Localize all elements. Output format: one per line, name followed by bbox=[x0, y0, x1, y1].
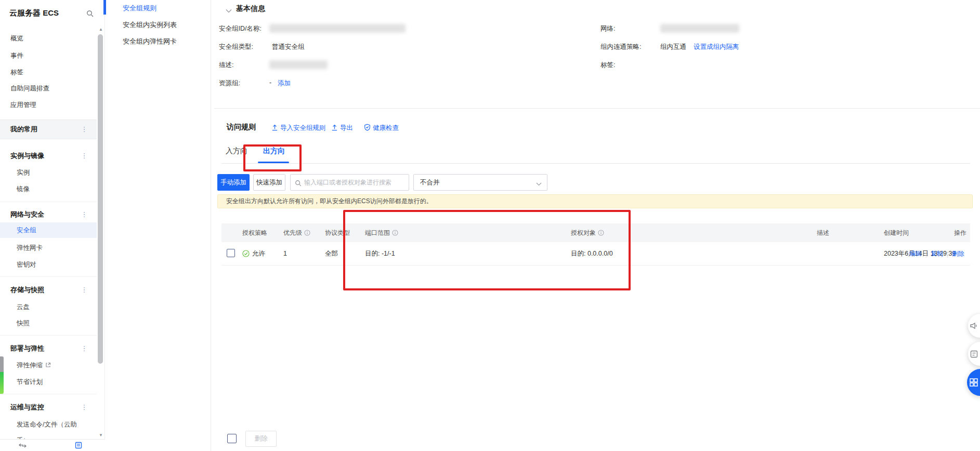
sidebar-item-events[interactable]: 事件 bbox=[10, 50, 23, 61]
col-header-description: 描述 bbox=[817, 229, 884, 237]
sidebar-item-snapshots[interactable]: 快照 bbox=[17, 318, 30, 328]
col-header-auth-object: 授权对象 bbox=[571, 229, 817, 237]
col-header-priority: 优先级 bbox=[283, 229, 325, 237]
kebab-menu-icon[interactable]: ⋮ bbox=[81, 209, 88, 220]
sidebar-item-overview[interactable]: 概览 bbox=[10, 33, 23, 44]
row-checkbox-cell bbox=[221, 249, 242, 259]
side-widget-green[interactable] bbox=[0, 372, 4, 394]
redacted-sg-id-name bbox=[269, 24, 406, 33]
sidebar-item-send-command[interactable]: 发送命令/文件（云助 bbox=[17, 419, 77, 430]
sidebar-section-my-favorites[interactable]: 我的常用 bbox=[10, 124, 37, 135]
health-check-link[interactable]: 健康检查 bbox=[364, 124, 399, 132]
field-label-sg-id-name: 安全组ID/名称: bbox=[219, 24, 262, 33]
sidebar-section-ops-monitor[interactable]: 运维与监控 bbox=[10, 402, 44, 413]
external-link-icon bbox=[45, 361, 51, 371]
info-icon bbox=[598, 230, 604, 236]
import-rules-label: 导入安全组规则 bbox=[280, 124, 326, 131]
sidebar-scrollbar[interactable] bbox=[98, 34, 103, 364]
quick-add-button[interactable]: 快速添加 bbox=[253, 174, 285, 191]
import-rules-link[interactable]: 导入安全组规则 bbox=[271, 124, 326, 132]
edit-rule-link[interactable]: 编辑 bbox=[906, 249, 925, 258]
col-header-created-at-label: 创建时间 bbox=[884, 229, 909, 237]
col-header-priority-label: 优先级 bbox=[283, 229, 302, 237]
allow-check-icon bbox=[242, 250, 250, 257]
upload-icon bbox=[331, 124, 338, 131]
subnav-item-instances-in-group[interactable]: 安全组内实例列表 bbox=[123, 20, 177, 30]
sidebar-section-deploy-elastic[interactable]: 部署与弹性 bbox=[10, 343, 44, 354]
tab-outbound[interactable]: 出方向 bbox=[263, 147, 285, 156]
row-auth-object-value: 目的: 0.0.0.0/0 bbox=[571, 249, 817, 258]
col-header-actions: 操作 bbox=[954, 229, 970, 237]
tabs-bottom-border bbox=[221, 163, 970, 164]
rules-table-header: 授权策略 优先级 协议类型 端口范围 授权对象 描述 创建时间 操作 bbox=[221, 223, 970, 242]
subnav-item-security-group-rules[interactable]: 安全组规则 bbox=[123, 3, 156, 14]
row-policy-value: 允许 bbox=[252, 249, 265, 258]
active-subnav-indicator bbox=[103, 0, 106, 15]
export-label: 导出 bbox=[340, 124, 353, 131]
kebab-menu-icon[interactable]: ⋮ bbox=[81, 285, 88, 295]
tab-inbound[interactable]: 入方向 bbox=[226, 147, 247, 156]
section-divider bbox=[214, 108, 980, 109]
delete-rule-link[interactable]: 删除 bbox=[948, 249, 968, 258]
field-value-resource-group: - bbox=[269, 79, 271, 86]
select-all-checkbox[interactable] bbox=[227, 434, 237, 443]
kebab-menu-icon[interactable]: ⋮ bbox=[81, 343, 88, 354]
row-priority-value: 1 bbox=[283, 250, 325, 257]
sidebar-section-instances-images[interactable]: 实例与镜像 bbox=[10, 151, 44, 161]
row-policy-cell: 允许 bbox=[242, 249, 283, 258]
merge-select-value: 不合并 bbox=[420, 179, 440, 186]
sidebar-item-instances[interactable]: 实例 bbox=[17, 167, 30, 178]
manual-add-button[interactable]: 手动添加 bbox=[217, 174, 250, 191]
col-header-auth-object-label: 授权对象 bbox=[571, 229, 596, 237]
sidebar-item-eni[interactable]: 弹性网卡 bbox=[17, 243, 43, 253]
col-header-protocol-label: 协议类型 bbox=[325, 229, 350, 237]
subnav-item-enis-in-group[interactable]: 安全组内弹性网卡 bbox=[123, 36, 177, 47]
secondary-sidebar: 安全组规则 安全组内实例列表 安全组内弹性网卡 bbox=[106, 0, 211, 451]
sidebar-item-app-management[interactable]: 应用管理 bbox=[10, 100, 36, 110]
collapse-arrows-icon[interactable] bbox=[19, 442, 27, 451]
sidebar-section-storage-snapshot[interactable]: 存储与快照 bbox=[10, 285, 44, 295]
search-icon bbox=[295, 179, 302, 189]
redacted-description bbox=[269, 60, 328, 69]
auto-scaling-label: 弹性伸缩 bbox=[17, 362, 43, 369]
sidebar-section-network-security[interactable]: 网络与安全 bbox=[10, 209, 44, 220]
kebab-menu-icon[interactable]: ⋮ bbox=[81, 402, 88, 413]
row-checkbox[interactable] bbox=[227, 249, 235, 257]
scroll-up-arrow[interactable]: ▲ bbox=[98, 27, 104, 32]
chevron-down-icon[interactable] bbox=[226, 6, 232, 15]
sidebar-item-disks[interactable]: 云盘 bbox=[17, 302, 30, 312]
add-resource-group-link[interactable]: 添加 bbox=[278, 79, 291, 88]
sidebar-item-images[interactable]: 镜像 bbox=[17, 184, 30, 194]
sidebar-item-security-group[interactable]: 安全组 bbox=[17, 225, 36, 235]
col-header-port-range-label: 端口范围 bbox=[365, 229, 390, 237]
field-label-sg-type: 安全组类型: bbox=[219, 43, 253, 51]
kebab-menu-icon[interactable]: ⋮ bbox=[81, 151, 88, 161]
rule-search-input[interactable] bbox=[304, 175, 407, 190]
form-icon bbox=[970, 350, 978, 359]
sidebar-item-savings-plan[interactable]: 节省计划 bbox=[17, 377, 43, 387]
sidebar-search-icon[interactable] bbox=[86, 10, 94, 19]
sidebar-item-auto-scaling[interactable]: 弹性伸缩 bbox=[17, 360, 51, 370]
divider bbox=[0, 276, 97, 277]
row-protocol-value: 全部 bbox=[325, 249, 365, 258]
field-label-network: 网络: bbox=[600, 24, 615, 33]
export-link[interactable]: 导出 bbox=[331, 124, 353, 132]
batch-delete-button[interactable]: 删除 bbox=[245, 431, 277, 447]
access-rules-title: 访问规则 bbox=[227, 123, 256, 132]
merge-select[interactable]: 不合并 bbox=[413, 174, 547, 191]
field-label-intra-policy: 组内连通策略: bbox=[600, 43, 641, 51]
health-check-label: 健康检查 bbox=[373, 124, 399, 131]
sidebar-item-tags[interactable]: 标签 bbox=[10, 67, 23, 77]
divider bbox=[0, 394, 97, 394]
selected-item-highlight bbox=[0, 222, 97, 238]
sidebar-item-keypair[interactable]: 密钥对 bbox=[17, 259, 36, 270]
rule-table-row: 允许 1 全部 目的: -1/-1 目的: 0.0.0.0/0 2023年6月1… bbox=[221, 242, 970, 266]
scroll-down-arrow[interactable]: ▼ bbox=[98, 433, 104, 437]
field-label-tags: 标签: bbox=[600, 61, 615, 70]
col-header-description-label: 描述 bbox=[817, 229, 829, 237]
kebab-menu-icon[interactable]: ⋮ bbox=[81, 124, 88, 135]
clone-rule-link[interactable]: 复制 bbox=[927, 249, 947, 258]
set-isolation-link[interactable]: 设置成组内隔离 bbox=[694, 43, 739, 51]
sidebar-item-self-troubleshoot[interactable]: 自助问题排查 bbox=[10, 83, 49, 94]
doc-list-icon[interactable] bbox=[75, 442, 82, 451]
